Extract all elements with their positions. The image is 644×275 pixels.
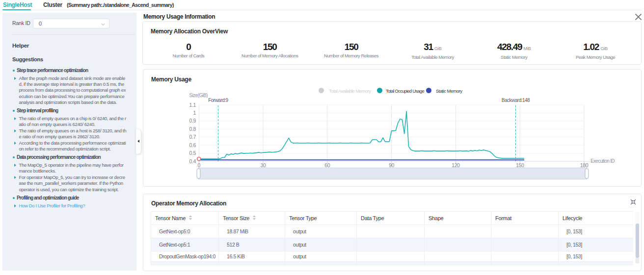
svg-text:60: 60 xyxy=(324,162,330,168)
svg-text:Size(GiB): Size(GiB) xyxy=(189,93,208,98)
svg-text:Forward:9: Forward:9 xyxy=(208,98,228,103)
svg-text:0: 0 xyxy=(197,162,200,168)
svg-text:0.5: 0.5 xyxy=(189,150,196,156)
svg-text:Total Available Memory: Total Available Memory xyxy=(329,88,371,94)
svg-text:1.1: 1.1 xyxy=(189,102,196,108)
svg-text:180: 180 xyxy=(580,162,589,168)
svg-text:90: 90 xyxy=(389,162,394,168)
svg-text:0.7: 0.7 xyxy=(189,134,196,140)
svg-text:120: 120 xyxy=(452,162,460,168)
svg-text:0.8: 0.8 xyxy=(189,126,196,132)
svg-text:Backward:148: Backward:148 xyxy=(502,98,530,103)
svg-text:0.6: 0.6 xyxy=(189,142,196,148)
svg-text:Execution ID: Execution ID xyxy=(590,158,615,164)
svg-text:0.9: 0.9 xyxy=(189,118,196,124)
svg-text:1: 1 xyxy=(193,110,196,116)
svg-text:0.4: 0.4 xyxy=(189,158,196,164)
svg-text:150: 150 xyxy=(516,162,524,168)
svg-text:30: 30 xyxy=(261,162,266,168)
svg-text:Total Occupied Usage: Total Occupied Usage xyxy=(386,88,424,94)
svg-text:Static Memory: Static Memory xyxy=(436,88,462,94)
